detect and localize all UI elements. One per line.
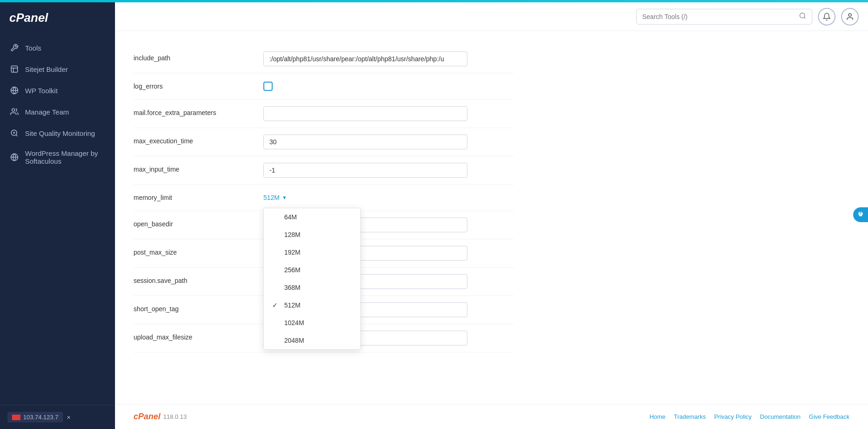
- header: [115, 2, 868, 31]
- label-session-save-path: session.save_path: [134, 274, 254, 284]
- memory-option-2048m[interactable]: 2048M: [264, 332, 360, 349]
- form-row-log-errors: log_errors: [134, 73, 514, 100]
- search-quality-icon: [9, 128, 19, 138]
- sidebar-logo: cPanel: [0, 2, 115, 33]
- wordpress-icon: [9, 85, 19, 96]
- sidebar-item-tools-label: Tools: [25, 44, 41, 52]
- label-short-open-tag: short_open_tag: [134, 302, 254, 313]
- memory-option-192m[interactable]: 192M: [264, 243, 360, 261]
- input-max-input-time[interactable]: [263, 163, 467, 178]
- php-settings-form: include_path log_errors mail.force_extra…: [134, 45, 514, 352]
- memory-option-1024m-label: 1024M: [284, 319, 352, 327]
- input-wrap-memory-limit: 512M ▼ 64M 128M: [263, 191, 514, 204]
- checkbox-log-errors[interactable]: [263, 82, 273, 91]
- label-upload-max-filesize: upload_max_filesize: [134, 331, 254, 341]
- wrench-icon: [9, 43, 19, 53]
- input-max-execution[interactable]: [263, 134, 467, 149]
- sidebar-item-sitejet[interactable]: Sitejet Builder: [0, 58, 115, 80]
- sidebar-item-wp-toolkit[interactable]: WP Toolkit: [0, 80, 115, 101]
- search-bar[interactable]: [636, 9, 812, 25]
- svg-point-6: [849, 13, 851, 16]
- input-wrap-max-input-time: [263, 163, 514, 178]
- memory-option-256m-label: 256M: [284, 266, 352, 274]
- page-footer: cPanel 118.0.13 Home Trademarks Privacy …: [115, 404, 868, 429]
- sidebar-item-manage-team[interactable]: Manage Team: [0, 101, 115, 122]
- sidebar: cPanel Tools Sitejet Bui: [0, 2, 115, 429]
- input-include-path[interactable]: [263, 51, 467, 66]
- floating-help-widget[interactable]: [853, 207, 868, 222]
- input-wrap-mail-force: [263, 106, 514, 121]
- sidebar-item-manage-team-label: Manage Team: [25, 108, 69, 116]
- wordpress2-icon: [9, 152, 19, 162]
- footer-link-home[interactable]: Home: [650, 413, 666, 420]
- footer-link-docs[interactable]: Documentation: [760, 413, 800, 420]
- footer-links: Home Trademarks Privacy Policy Documenta…: [650, 413, 849, 420]
- svg-point-5: [800, 13, 805, 18]
- sidebar-footer: 103.74.123.7 ×: [0, 405, 115, 429]
- memory-option-64m-label: 64M: [284, 213, 352, 221]
- svg-point-2: [12, 109, 15, 111]
- label-mail-force: mail.force_extra_parameters: [134, 106, 254, 116]
- input-wrap-log-errors: [263, 80, 514, 93]
- memory-limit-dropdown[interactable]: 512M ▼: [263, 191, 287, 204]
- label-open-basedir: open_basedir: [134, 218, 254, 228]
- search-button[interactable]: [799, 12, 806, 21]
- form-row-memory-limit: memory_limit 512M ▼ 64M: [134, 185, 514, 211]
- label-max-execution: max_execution_time: [134, 134, 254, 145]
- sidebar-item-tools[interactable]: Tools: [0, 37, 115, 58]
- sitejet-icon: [9, 64, 19, 74]
- sidebar-item-wp-manager-label: WordPress Manager by Softaculous: [25, 149, 106, 165]
- check-icon-512m: ✓: [272, 301, 280, 309]
- form-row-max-execution: max_execution_time: [134, 128, 514, 156]
- sidebar-item-site-quality[interactable]: Site Quality Monitoring: [0, 122, 115, 144]
- footer-brand: cPanel 118.0.13: [134, 412, 187, 422]
- input-mail-force[interactable]: [263, 106, 467, 121]
- footer-link-privacy[interactable]: Privacy Policy: [714, 413, 752, 420]
- memory-limit-value: 512M: [263, 194, 280, 201]
- sidebar-item-wp-toolkit-label: WP Toolkit: [25, 87, 57, 95]
- memory-option-128m[interactable]: 128M: [264, 226, 360, 243]
- form-row-max-input-time: max_input_time: [134, 156, 514, 185]
- main-area: include_path log_errors mail.force_extra…: [115, 2, 868, 429]
- ip-close-button[interactable]: ×: [67, 414, 70, 421]
- memory-option-512m[interactable]: ✓ 512M: [264, 296, 360, 314]
- memory-option-64m[interactable]: 64M: [264, 208, 360, 226]
- cpanel-logo: cPanel: [9, 11, 48, 25]
- footer-version: 118.0.13: [163, 413, 187, 420]
- team-icon: [9, 107, 19, 117]
- memory-option-2048m-label: 2048M: [284, 337, 352, 344]
- form-row-mail-force: mail.force_extra_parameters: [134, 100, 514, 128]
- label-post-max-size: post_max_size: [134, 246, 254, 256]
- sidebar-item-wp-manager[interactable]: WordPress Manager by Softaculous: [0, 144, 115, 171]
- memory-option-368m[interactable]: 368M: [264, 279, 360, 296]
- input-wrap-max-execution: [263, 134, 514, 149]
- memory-option-1024m[interactable]: 1024M: [264, 314, 360, 332]
- sidebar-item-site-quality-label: Site Quality Monitoring: [25, 129, 95, 137]
- form-row-include-path: include_path: [134, 45, 514, 73]
- label-include-path: include_path: [134, 51, 254, 62]
- ip-badge[interactable]: 103.74.123.7: [7, 412, 63, 423]
- memory-option-368m-label: 368M: [284, 284, 352, 291]
- user-account-button[interactable]: [841, 8, 859, 26]
- memory-option-192m-label: 192M: [284, 249, 352, 256]
- footer-cpanel-logo: cPanel: [134, 412, 160, 422]
- ip-address: 103.74.123.7: [23, 414, 58, 421]
- content-area: include_path log_errors mail.force_extra…: [115, 31, 868, 404]
- flag-icon: [12, 415, 20, 420]
- footer-link-feedback[interactable]: Give Feedback: [809, 413, 849, 420]
- search-input[interactable]: [642, 13, 795, 20]
- input-wrap-include-path: [263, 51, 514, 66]
- sidebar-navigation: Tools Sitejet Builder: [0, 33, 115, 174]
- dropdown-caret-icon: ▼: [282, 195, 287, 200]
- memory-option-128m-label: 128M: [284, 231, 352, 238]
- svg-rect-0: [11, 66, 18, 72]
- footer-link-trademarks[interactable]: Trademarks: [674, 413, 706, 420]
- notifications-button[interactable]: [818, 8, 836, 26]
- memory-option-256m[interactable]: 256M: [264, 261, 360, 279]
- memory-limit-menu: 64M 128M 192M: [263, 208, 361, 350]
- sidebar-item-sitejet-label: Sitejet Builder: [25, 65, 68, 73]
- memory-option-512m-label: 512M: [284, 301, 352, 309]
- label-max-input-time: max_input_time: [134, 163, 254, 173]
- label-memory-limit: memory_limit: [134, 191, 254, 201]
- label-log-errors: log_errors: [134, 80, 254, 90]
